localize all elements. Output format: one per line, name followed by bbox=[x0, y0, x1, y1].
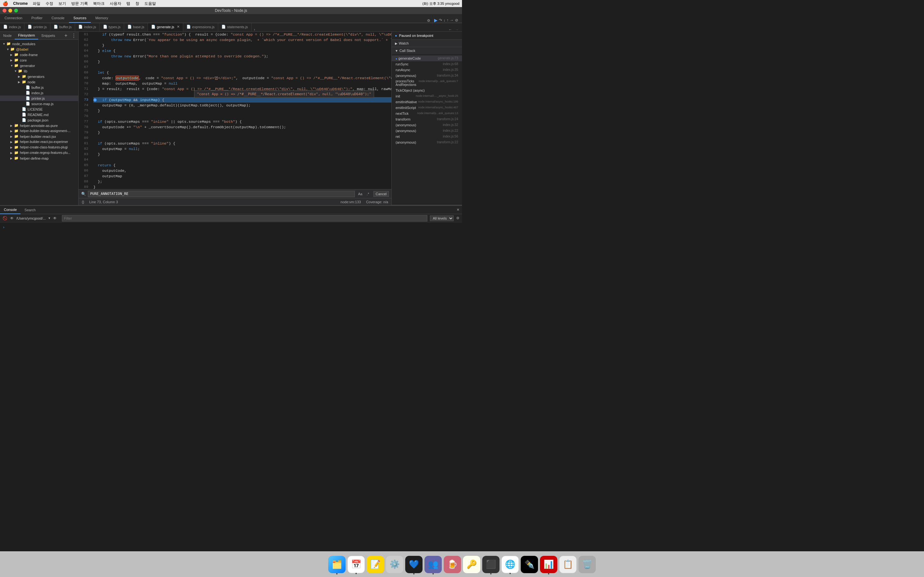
tree-readme[interactable]: 📄 README.md bbox=[0, 112, 78, 117]
menu-view[interactable]: 보기 bbox=[58, 1, 66, 6]
code-lines[interactable]: if (typeof result.then === "function") {… bbox=[91, 32, 391, 189]
fullscreen-button[interactable] bbox=[14, 9, 18, 13]
tree-helper-annotate[interactable]: ▶ 📁 helper-annotate-as-pure bbox=[0, 123, 78, 128]
call-stack-item-ret[interactable]: ret index.js:56 bbox=[392, 134, 462, 139]
tab-console-bottom[interactable]: Console bbox=[0, 206, 21, 214]
code-area[interactable]: 61 62 63 64 65 66 67 68 69 70 71 72 bbox=[79, 32, 391, 189]
deactivate-button[interactable]: ⊘ bbox=[455, 18, 458, 23]
regex-button[interactable]: .* bbox=[365, 190, 372, 197]
call-stack-item-nexttick[interactable]: nextTick node:internal/p...ask_queues:13 bbox=[392, 111, 462, 116]
call-stack-item-anon-3[interactable]: (anonymous) index.js:22 bbox=[392, 128, 462, 134]
prev-location-button[interactable]: ← bbox=[447, 27, 453, 31]
call-stack-item-generatecode[interactable]: generateCode generate.js:73 bbox=[392, 55, 462, 61]
console-path[interactable]: /Users/ymcgood/... bbox=[16, 216, 46, 220]
tree-node-folder[interactable]: ▶ 📁 node bbox=[0, 79, 78, 85]
tree-source-map-js[interactable]: 📄 source-map.js bbox=[0, 101, 78, 106]
call-stack-item-runasync[interactable]: runAsync index.js:35 bbox=[392, 67, 462, 73]
file-tab-index-1[interactable]: 📄index.js bbox=[0, 23, 24, 31]
menu-history[interactable]: 방문 기록 bbox=[71, 1, 87, 6]
tree-printer-js[interactable]: 📄 printer.js bbox=[0, 95, 78, 101]
file-tabs-more[interactable]: › bbox=[252, 28, 258, 31]
menu-chrome[interactable]: Chrome bbox=[13, 1, 27, 6]
settings-button[interactable]: ⚙ bbox=[425, 19, 433, 23]
match-case-button[interactable]: Aa bbox=[357, 190, 364, 197]
call-stack-item-processticks[interactable]: processTicks​AndRejections node:internal… bbox=[392, 79, 462, 87]
call-stack-item-emitInitScript[interactable]: emitInitScript node:internal/async_hooks… bbox=[392, 105, 462, 111]
file-tab-expressions[interactable]: 📄expressions.js bbox=[183, 23, 218, 31]
call-stack-item-tickobject[interactable]: TickObject (async) bbox=[392, 87, 462, 93]
tab-node[interactable]: Node bbox=[0, 32, 15, 39]
tree-generators[interactable]: ▶ 📁 generators bbox=[0, 74, 78, 79]
menu-tab[interactable]: 탭 bbox=[126, 1, 130, 6]
tree-index-js[interactable]: 📄 index.js bbox=[0, 90, 78, 95]
console-filter-input[interactable] bbox=[62, 215, 427, 221]
more-options-button[interactable]: ⋮ bbox=[69, 33, 78, 39]
tree-buffer-js[interactable]: 📄 buffer.js bbox=[0, 85, 78, 90]
next-location-button[interactable]: → bbox=[454, 27, 460, 31]
step-into-button[interactable]: ↓ bbox=[443, 18, 445, 23]
file-tab-index-2[interactable]: 📄index.js bbox=[75, 23, 99, 31]
tab-memory[interactable]: Memory bbox=[91, 14, 113, 23]
cancel-search-button[interactable]: Cancel bbox=[373, 191, 389, 197]
file-tab-types[interactable]: 📄types.js bbox=[100, 23, 124, 31]
show-context-button[interactable]: 👁 bbox=[53, 216, 57, 221]
console-prompt[interactable]: › bbox=[0, 224, 462, 231]
tree-helper-define-map[interactable]: ▶ 📁 helper-define-map bbox=[0, 155, 78, 161]
file-tab-generate[interactable]: 📄generate.js✕ bbox=[148, 23, 183, 31]
close-button[interactable] bbox=[3, 9, 6, 13]
add-folder-button[interactable]: + bbox=[63, 33, 69, 39]
call-stack-item-anon-1[interactable]: (anonymous) transform.js:34 bbox=[392, 73, 462, 79]
watch-header[interactable]: ▶ Watch bbox=[392, 40, 462, 47]
tab-connection[interactable]: Connection bbox=[0, 14, 27, 23]
menu-window[interactable]: 창 bbox=[136, 1, 139, 6]
menu-edit[interactable]: 수정 bbox=[45, 1, 53, 6]
call-stack-item-runsync[interactable]: runSync index.js:68 bbox=[392, 61, 462, 67]
tree-helper-builder-react[interactable]: ▶ 📁 helper-builder-react-jsx bbox=[0, 134, 78, 139]
call-stack-item-transform[interactable]: transform transform.js:24 bbox=[392, 116, 462, 122]
menu-help[interactable]: 도움말 bbox=[144, 1, 156, 6]
step-over-button[interactable]: ↷ bbox=[439, 18, 442, 23]
tree-lib[interactable]: ▼ 📁 lib bbox=[0, 68, 78, 74]
tab-filesystem[interactable]: Filesystem bbox=[15, 32, 38, 39]
console-eye-button[interactable]: 👁 bbox=[10, 216, 14, 221]
file-tab-printer[interactable]: 📄printer.js bbox=[24, 23, 50, 31]
tab-console[interactable]: Console bbox=[47, 14, 69, 23]
tab-snippets[interactable]: Snippets bbox=[38, 32, 58, 39]
menu-bookmarks[interactable]: 북마크 bbox=[93, 1, 105, 6]
clear-console-button[interactable]: 🚫 bbox=[3, 216, 7, 221]
tree-code-frame[interactable]: ▶ 📁 code-frame bbox=[0, 52, 78, 57]
search-input[interactable] bbox=[88, 191, 355, 197]
tree-generator[interactable]: ▼ 📁 generator bbox=[0, 63, 78, 68]
tab-profiler[interactable]: Profiler bbox=[27, 14, 47, 23]
tree-helper-create-class[interactable]: ▶ 📁 helper-create-class-features-plugi bbox=[0, 145, 78, 150]
tree-core[interactable]: ▶ 📁 core bbox=[0, 57, 78, 63]
tree-package-json[interactable]: 📄 package.json bbox=[0, 117, 78, 123]
call-stack-item-anon-4[interactable]: (anonymous) transform.js:22 bbox=[392, 139, 462, 145]
console-settings-button[interactable]: ⚙ bbox=[456, 216, 459, 220]
tree-babel[interactable]: ▼ 📁 @babel bbox=[0, 47, 78, 52]
tree-helper-create-regexp[interactable]: ▶ 📁 helper-create-regexp-features-plu... bbox=[0, 150, 78, 155]
log-level-select[interactable]: All levels bbox=[430, 215, 454, 221]
step-out-button[interactable]: ↑ bbox=[447, 18, 449, 23]
path-dropdown-button[interactable]: ▾ bbox=[48, 216, 50, 220]
tree-helper-builder-react-exp[interactable]: ▶ 📁 helper-builder-react-jsx-experimer bbox=[0, 139, 78, 145]
tab-search-bottom[interactable]: Search bbox=[21, 206, 39, 214]
close-bottom-panel-button[interactable]: ✕ bbox=[454, 208, 462, 212]
file-tab-buffer[interactable]: 📄buffer.js bbox=[50, 23, 75, 31]
tree-helper-builder-binary[interactable]: ▶ 📁 helper-builder-binary-assignment-... bbox=[0, 128, 78, 134]
tree-license[interactable]: 📄 LICENSE bbox=[0, 106, 78, 112]
tree-node-modules[interactable]: ▼ 📁 node_modules bbox=[0, 41, 78, 47]
file-tab-statements[interactable]: 📄statements.js bbox=[218, 23, 252, 31]
minimize-button[interactable] bbox=[8, 9, 12, 13]
menu-file[interactable]: 파일 bbox=[33, 1, 40, 6]
call-stack-item-anon-2[interactable]: (anonymous) index.js:32 bbox=[392, 122, 462, 128]
call-stack-item-init[interactable]: init node:internal/i...._async_hook:25 bbox=[392, 93, 462, 99]
resume-button[interactable]: ▶ bbox=[434, 18, 438, 23]
tab-sources[interactable]: Sources bbox=[69, 14, 91, 23]
menu-users[interactable]: 사용자 bbox=[110, 1, 121, 6]
file-tab-base[interactable]: 📄base.js bbox=[124, 23, 148, 31]
call-stack-item-emitinitnative[interactable]: emitInitNative node:internal/async_hooks… bbox=[392, 99, 462, 105]
close-icon[interactable]: ✕ bbox=[177, 25, 180, 29]
apple-menu[interactable]: 🍎 bbox=[3, 1, 8, 6]
call-stack-header[interactable]: ▼ Call Stack bbox=[392, 47, 462, 54]
